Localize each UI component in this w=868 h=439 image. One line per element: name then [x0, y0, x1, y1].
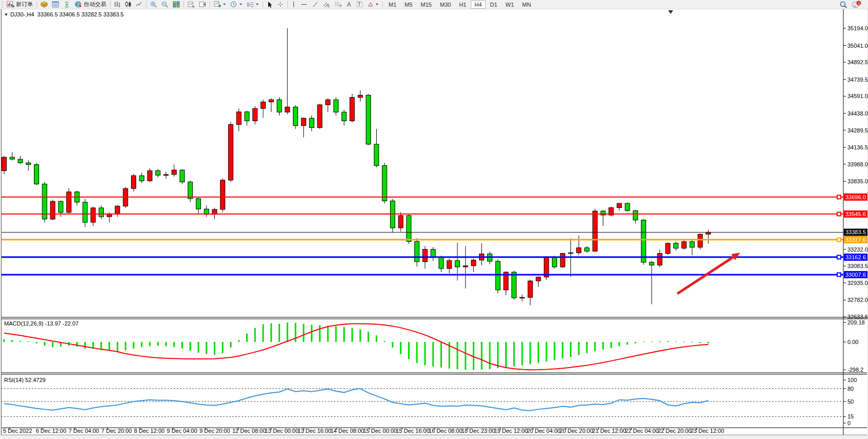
timeframe-h4-button[interactable]: H4 — [471, 1, 485, 9]
vline-icon — [291, 1, 296, 8]
market-watch-button[interactable] — [39, 1, 49, 8]
periods-button[interactable] — [229, 1, 244, 8]
chart-background — [1, 9, 867, 435]
tile-windows-icon — [173, 1, 180, 8]
auto-scroll-button[interactable] — [186, 1, 196, 8]
toolbar-separator — [183, 1, 184, 8]
svg-text:33232.0: 33232.0 — [847, 246, 868, 253]
new-order-icon — [7, 1, 14, 8]
svg-text:35194.0: 35194.0 — [847, 25, 868, 31]
toolbar-separator — [287, 1, 288, 8]
add-indicator-button[interactable] — [212, 1, 228, 8]
svg-text:7 Dec 20:00: 7 Dec 20:00 — [101, 428, 132, 434]
new-order-button[interactable]: 新订单 — [5, 1, 34, 8]
candle-chart-button[interactable] — [123, 1, 133, 8]
chart-canvas[interactable]: 35194.035041.034892.534739.534591.034438… — [0, 9, 868, 439]
svg-text:1: 1 — [858, 2, 860, 5]
autotrading-button[interactable]: 自动交易 — [73, 1, 108, 8]
svg-text:100: 100 — [847, 377, 857, 383]
svg-text:33007.6: 33007.6 — [845, 272, 866, 278]
timeframe-m15-button[interactable]: M15 — [417, 1, 435, 9]
timeframe-w1-button[interactable]: W1 — [502, 1, 518, 9]
templates-button[interactable] — [245, 1, 261, 8]
svg-text:32935.0: 32935.0 — [847, 280, 868, 286]
svg-text:22 Dec 04:00: 22 Dec 04:00 — [625, 428, 658, 434]
timeframe-m1-button[interactable]: M1 — [385, 1, 400, 9]
svg-text:209.18: 209.18 — [847, 319, 865, 326]
cursor-icon — [267, 1, 273, 8]
main-toolbar: 新订单自动交易EFATM1M5M15M30H1H4D1W1MN1 — [0, 0, 868, 9]
svg-text:34438.0: 34438.0 — [847, 110, 868, 117]
bar-chart-button[interactable] — [113, 1, 122, 8]
toolbar-separator — [36, 1, 37, 8]
svg-text:0.00: 0.00 — [847, 339, 858, 345]
hline-icon — [300, 1, 308, 8]
equidistant-channel-button[interactable]: E — [321, 1, 332, 8]
svg-text:33162.6: 33162.6 — [845, 254, 866, 260]
timeframe-d1-button[interactable]: D1 — [487, 1, 501, 9]
svg-text:13 Dec 16:00: 13 Dec 16:00 — [298, 428, 331, 434]
svg-text:-298.2: -298.2 — [847, 367, 863, 373]
svg-text:33988.0: 33988.0 — [847, 161, 868, 167]
collapse-ohlc-icon[interactable]: ▼ — [4, 12, 8, 17]
chart-shift-button[interactable] — [197, 1, 208, 8]
signals-button[interactable] — [62, 1, 72, 8]
chart-info-bar[interactable]: ▼DJ30-,H4 33366.5 33406.5 33282.5 33383.… — [4, 11, 124, 17]
ohlc-values: 33366.5 33406.5 33282.5 33383.5 — [38, 11, 124, 17]
svg-text:15 Dec 00:00: 15 Dec 00:00 — [363, 428, 397, 434]
svg-text:34739.5: 34739.5 — [847, 77, 868, 83]
vline-button[interactable] — [290, 1, 298, 8]
chevron-down-icon — [375, 1, 379, 8]
fibonacci-icon: F — [335, 1, 342, 8]
text-label-button[interactable]: T — [355, 1, 365, 8]
chat-button[interactable]: 1 — [850, 1, 863, 8]
svg-text:19 Dec 12:00: 19 Dec 12:00 — [494, 428, 528, 434]
timeframe-mn-button[interactable]: MN — [519, 1, 534, 9]
chevron-down-icon — [239, 1, 243, 8]
signal-icon — [63, 1, 70, 8]
svg-text:T: T — [358, 2, 361, 7]
svg-text:23 Dec 12:00: 23 Dec 12:00 — [691, 428, 724, 434]
svg-text:E: E — [327, 4, 330, 8]
candle-chart-icon — [125, 1, 132, 8]
time-axis[interactable]: 5 Dec 20226 Dec 12:007 Dec 04:007 Dec 20… — [3, 428, 724, 434]
toolbar-grip[interactable] — [1, 1, 4, 8]
timeframe-h1-button[interactable]: H1 — [455, 1, 470, 9]
period-icon — [230, 1, 237, 8]
svg-text:A: A — [347, 1, 351, 8]
svg-text:9 Dec 04:00: 9 Dec 04:00 — [167, 428, 197, 434]
svg-text:14 Dec 08:00: 14 Dec 08:00 — [330, 428, 364, 434]
crosshair-button[interactable] — [275, 1, 285, 8]
trendline-button[interactable] — [310, 1, 320, 8]
line-chart-button[interactable] — [134, 1, 144, 8]
chart-shift-icon — [199, 1, 206, 8]
svg-text:8 Dec 12:00: 8 Dec 12:00 — [134, 428, 164, 434]
data-window-button[interactable] — [50, 1, 61, 8]
timeframe-m5-button[interactable]: M5 — [401, 1, 416, 9]
zoom-out-button[interactable] — [160, 1, 170, 8]
shapes-button[interactable] — [366, 1, 380, 8]
tile-windows-button[interactable] — [171, 1, 181, 8]
svg-text:22 Dec 20:00: 22 Dec 20:00 — [658, 428, 691, 434]
svg-text:33317.6: 33317.6 — [845, 237, 866, 243]
macd-indicator-label: MACD(12,26,9) -13.97 -22.07 — [4, 320, 79, 327]
svg-text:34289.5: 34289.5 — [847, 127, 868, 133]
hline-button[interactable] — [299, 1, 309, 8]
crosshair-icon — [277, 1, 284, 8]
svg-text:33545.6: 33545.6 — [845, 211, 866, 217]
text-icon: A — [346, 1, 352, 8]
toolbar-button-label: 自动交易 — [84, 1, 106, 8]
toolbar-separator — [210, 1, 210, 8]
zoom-in-button[interactable] — [149, 1, 159, 8]
timeframe-m30-button[interactable]: M30 — [436, 1, 454, 9]
text-button[interactable]: A — [345, 1, 354, 8]
template-icon — [247, 1, 254, 8]
toolbar-separator — [110, 1, 110, 8]
search-button[interactable] — [838, 1, 849, 8]
svg-text:15 Dec 16:00: 15 Dec 16:00 — [396, 428, 429, 434]
chevron-down-icon — [223, 1, 226, 8]
fibonacci-button[interactable]: F — [333, 1, 344, 8]
toolbar-separator — [382, 1, 383, 8]
cursor-button[interactable] — [265, 1, 274, 8]
svg-text:18 Dec 23:00: 18 Dec 23:00 — [461, 428, 495, 434]
